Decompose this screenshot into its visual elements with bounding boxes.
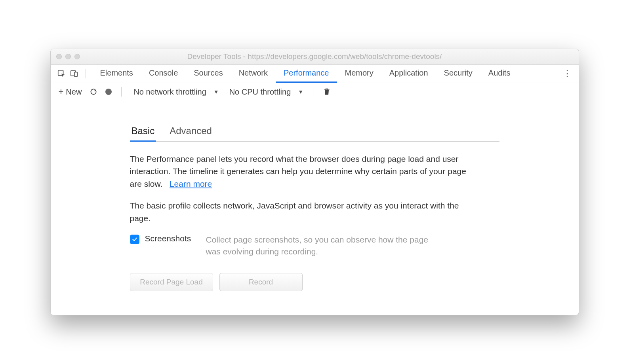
check-icon [132,236,138,243]
divider [313,87,313,97]
main-tab-bar: Elements Console Sources Network Perform… [51,65,579,83]
tab-security[interactable]: Security [436,65,480,83]
screenshots-checkbox[interactable] [130,235,139,244]
screenshots-label: Screenshots [145,234,200,243]
device-toggle-icon[interactable] [69,68,79,79]
subtab-advanced[interactable]: Advanced [168,121,213,142]
subtab-basic[interactable]: Basic [130,121,156,142]
record-buttons-row: Record Page Load Record [130,273,499,291]
screenshots-option-row: Screenshots Collect page screenshots, so… [130,234,499,257]
divider [121,87,122,97]
performance-panel: Basic Advanced The Performance panel let… [51,101,579,315]
devtools-tabs: Elements Console Sources Network Perform… [92,65,518,83]
minimize-window-button[interactable] [65,54,71,59]
close-window-button[interactable] [56,54,62,59]
tab-application[interactable]: Application [381,65,436,83]
new-recording-button[interactable]: + New [56,85,84,99]
cpu-throttling-dropdown[interactable]: No CPU throttling ▼ [225,86,306,98]
inspect-element-icon[interactable] [56,68,67,79]
window-controls [56,54,80,59]
profile-mode-tabs: Basic Advanced [130,121,499,142]
basic-description: The basic profile collects network, Java… [130,199,478,224]
tab-console[interactable]: Console [141,65,186,83]
network-throttling-dropdown[interactable]: No network throttling ▼ [129,86,221,98]
maximize-window-button[interactable] [74,54,80,59]
new-label: New [66,87,82,97]
panel-intro: The Performance panel lets you record wh… [130,153,478,190]
tab-audits[interactable]: Audits [480,65,518,83]
cpu-throttling-label: No CPU throttling [227,87,294,97]
record-icon [105,89,112,95]
record-button[interactable]: Record [219,273,303,291]
devtools-window: Developer Tools - https://developers.goo… [50,49,579,315]
record-toggle[interactable] [103,87,114,97]
learn-more-link[interactable]: Learn more [170,179,212,188]
trash-icon [323,87,331,96]
chevron-down-icon: ▼ [298,89,303,95]
tab-sources[interactable]: Sources [186,65,231,83]
chevron-down-icon: ▼ [213,89,219,95]
plus-icon: + [59,87,64,97]
screenshots-description: Collect page screenshots, so you can obs… [206,234,444,257]
tab-memory[interactable]: Memory [337,65,381,83]
tab-performance[interactable]: Performance [276,65,337,83]
network-throttling-label: No network throttling [131,87,208,97]
clear-recordings-button[interactable] [320,86,333,98]
reload-button[interactable] [87,86,100,97]
window-titlebar: Developer Tools - https://developers.goo… [51,49,579,65]
divider [86,69,86,78]
performance-toolbar: + New No network throttling ▼ No CPU thr… [51,83,579,101]
record-page-load-button[interactable]: Record Page Load [130,273,213,291]
svg-rect-2 [74,72,77,77]
tab-elements[interactable]: Elements [92,65,141,83]
window-title: Developer Tools - https://developers.goo… [51,52,579,61]
tab-network[interactable]: Network [231,65,276,83]
more-options-icon[interactable]: ⋮ [561,68,573,80]
